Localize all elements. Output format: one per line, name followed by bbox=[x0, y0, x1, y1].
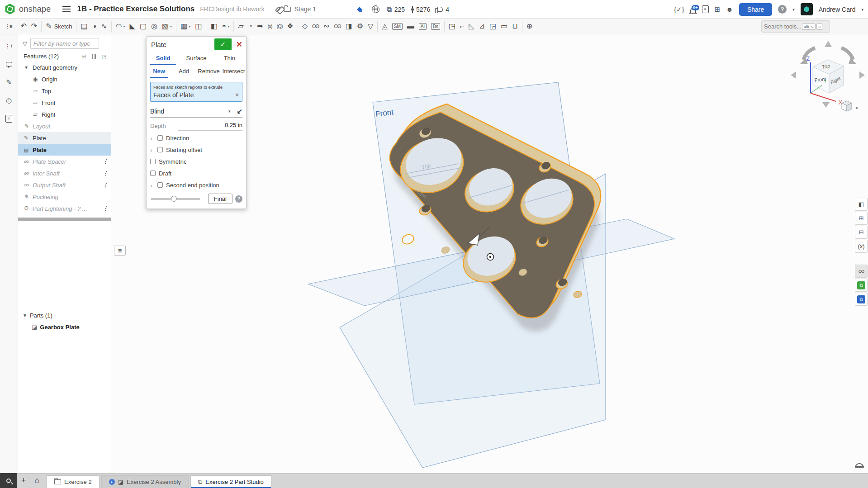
view-menu-cube-icon[interactable] bbox=[842, 101, 852, 111]
toolbox-button[interactable]: ʘʘ bbox=[855, 265, 868, 278]
option-direction[interactable]: ›Direction bbox=[147, 132, 246, 144]
rollback-bar[interactable] bbox=[18, 218, 111, 221]
comments-button[interactable] bbox=[3, 59, 15, 70]
view-down-arrow-icon[interactable] bbox=[822, 102, 830, 108]
starting-offset-checkbox[interactable] bbox=[157, 147, 163, 152]
tool-mkcad-toolbox[interactable]: ʘʘ bbox=[332, 20, 343, 33]
share-button[interactable]: Share bbox=[739, 3, 772, 16]
view-right-arrow-icon[interactable] bbox=[859, 71, 865, 79]
confirm-button[interactable]: ✓ bbox=[214, 38, 232, 50]
tool-chamfer[interactable]: ◣ bbox=[128, 20, 138, 33]
cut-list-button[interactable]: ≡ bbox=[3, 113, 15, 124]
main-menu-icon[interactable] bbox=[62, 9, 71, 10]
tool-sm-hem[interactable]: ◺ bbox=[466, 20, 476, 33]
cancel-button[interactable]: ✕ bbox=[236, 40, 242, 49]
feature-output-shaft[interactable]: ʘʘOutput Shaft⋮ bbox=[18, 179, 111, 191]
documentation-button[interactable]: ⧉ bbox=[855, 293, 868, 306]
tool-feature-list[interactable]: ⋮≡ bbox=[3, 20, 14, 33]
feature-menu-icon[interactable]: ⋮ bbox=[103, 158, 108, 165]
help-caret-icon[interactable]: ▾ bbox=[792, 7, 795, 12]
feature-plate[interactable]: ✎Plate bbox=[18, 132, 111, 144]
feature-default-geometry[interactable]: ▾Default geometry bbox=[18, 62, 111, 73]
linear-pattern-caret-icon[interactable]: ▾ bbox=[189, 24, 190, 28]
apps-grid-icon[interactable]: ⊞ bbox=[715, 5, 721, 14]
dialog-header[interactable]: Plate ✓ ✕ bbox=[147, 37, 246, 52]
tool-redo[interactable]: ↷ bbox=[29, 20, 39, 33]
ai-advisor-icon[interactable]: ☻ bbox=[726, 5, 733, 13]
tool-plane[interactable]: ▱ bbox=[236, 20, 246, 33]
mode-add[interactable]: Add bbox=[171, 65, 196, 78]
avatar[interactable] bbox=[801, 3, 813, 15]
tool-sweep[interactable]: ∿ bbox=[99, 20, 109, 33]
clear-selection-icon[interactable]: ✕ bbox=[235, 92, 239, 98]
feature-plate[interactable]: ▤Plate bbox=[18, 144, 111, 156]
tool-settings[interactable]: ⚙ bbox=[355, 20, 365, 33]
feature-inter-shaft[interactable]: ʘʘInter Shaft⋮ bbox=[18, 167, 111, 179]
suspend-rebuild-icon[interactable] bbox=[92, 54, 96, 59]
help-icon[interactable]: ? bbox=[778, 5, 787, 14]
tool-derived[interactable]: ➥ bbox=[255, 20, 265, 33]
tool-sm-flat-pattern[interactable]: ▭ bbox=[498, 20, 510, 33]
search-tools-input[interactable] bbox=[764, 23, 801, 30]
configurations-button[interactable]: ⊞ bbox=[855, 212, 868, 225]
view-left-arrow-icon[interactable] bbox=[791, 71, 796, 79]
tool-ai-studio[interactable]: Ai bbox=[417, 20, 429, 33]
feature-plate-spacer[interactable]: ʘʘPlate Spacer⋮ bbox=[18, 156, 111, 167]
mode-intersect[interactable]: Intersect bbox=[221, 65, 246, 78]
workspace-label[interactable]: Stage 1 bbox=[294, 5, 316, 13]
tool-frame-toolbox[interactable]: ʘʘ bbox=[310, 20, 321, 33]
tab-surface[interactable]: Surface bbox=[180, 52, 213, 65]
option-symmetric[interactable]: Symmetric bbox=[147, 156, 246, 167]
tool-sheet-metal[interactable]: SM bbox=[390, 20, 405, 33]
tool-insert-feature[interactable]: ⊕ bbox=[524, 20, 535, 33]
tool-sm-corner[interactable]: ◲ bbox=[487, 20, 498, 33]
dialog-help-icon[interactable]: ? bbox=[235, 195, 242, 203]
depth-input[interactable]: 0.25 in bbox=[178, 121, 242, 131]
feature-layout[interactable]: ✎Layout bbox=[18, 120, 111, 132]
option-second-end-position[interactable]: ›Second end position bbox=[147, 179, 246, 191]
dropdown-caret-icon[interactable]: ▾ bbox=[228, 109, 231, 114]
view-up-arrow-icon[interactable] bbox=[825, 41, 832, 47]
option-draft[interactable]: Draft bbox=[147, 167, 246, 179]
tool-fillet[interactable]: ◠▾ bbox=[114, 20, 128, 33]
onshape-logo-icon[interactable] bbox=[5, 4, 15, 14]
tool-sm-joint[interactable]: ⊔ bbox=[510, 20, 520, 33]
feature-top[interactable]: ▱Top bbox=[18, 85, 111, 97]
view-menu-caret-icon[interactable]: ▾ bbox=[856, 106, 858, 110]
tool-extrude[interactable]: ▤ bbox=[78, 20, 90, 33]
tool-boolean[interactable]: ◓▾ bbox=[220, 20, 232, 33]
direction-checkbox[interactable] bbox=[157, 135, 163, 141]
notifications-bell-icon[interactable]: 9+ bbox=[690, 8, 696, 13]
rebuild-timer-icon[interactable]: ◷ bbox=[102, 53, 106, 60]
feature-front[interactable]: ▱Front bbox=[18, 97, 111, 109]
configured-features-button[interactable]: ⊟ bbox=[855, 226, 868, 239]
tool-sketch[interactable]: ✎Sketch bbox=[43, 20, 74, 33]
opposite-direction-icon[interactable]: ↙ bbox=[237, 107, 242, 115]
tool-drawing-studio[interactable]: Ds bbox=[429, 20, 442, 33]
history-button[interactable]: ◷ bbox=[3, 95, 15, 106]
mode-new[interactable]: New bbox=[147, 65, 171, 78]
part-gearbox-plate[interactable]: ◪Gearbox Plate bbox=[18, 321, 111, 333]
expand-chevron-icon[interactable]: › bbox=[150, 181, 157, 189]
tool-linear-pattern[interactable]: ▦▾ bbox=[178, 20, 193, 33]
new-folder-icon[interactable]: ⊞ bbox=[81, 53, 86, 60]
feature-menu-icon[interactable]: ⋮ bbox=[103, 205, 108, 212]
thicken-caret-icon[interactable]: ▾ bbox=[170, 24, 172, 28]
home-button[interactable]: ⌂ bbox=[30, 473, 44, 488]
document-copies[interactable]: ⧉225 bbox=[387, 5, 405, 14]
doc-tab-exercise-2[interactable]: Exercise 2 bbox=[47, 475, 100, 488]
expand-chevron-icon[interactable]: › bbox=[150, 146, 157, 154]
filter-icon[interactable]: ▽ bbox=[23, 40, 27, 47]
second-end-position-checkbox[interactable] bbox=[157, 182, 163, 188]
tool-sm-tab[interactable]: ⊿ bbox=[477, 20, 487, 33]
tool-helix[interactable]: ◔ bbox=[246, 20, 255, 33]
link-icon[interactable] bbox=[275, 6, 281, 12]
tool-animation[interactable]: ▬ bbox=[405, 20, 417, 33]
public-globe-icon[interactable] bbox=[372, 5, 379, 13]
variables-table-button[interactable]: (x) bbox=[855, 240, 868, 253]
tool-hole[interactable]: ◎ bbox=[149, 20, 160, 33]
document-views[interactable]: 5276 bbox=[412, 6, 430, 13]
learning-center-button[interactable]: ⧉ bbox=[855, 279, 868, 292]
shortcut-toolbar-icon[interactable]: {✓} bbox=[674, 5, 684, 14]
tool-appearance-panel[interactable]: ◨ bbox=[343, 20, 355, 33]
